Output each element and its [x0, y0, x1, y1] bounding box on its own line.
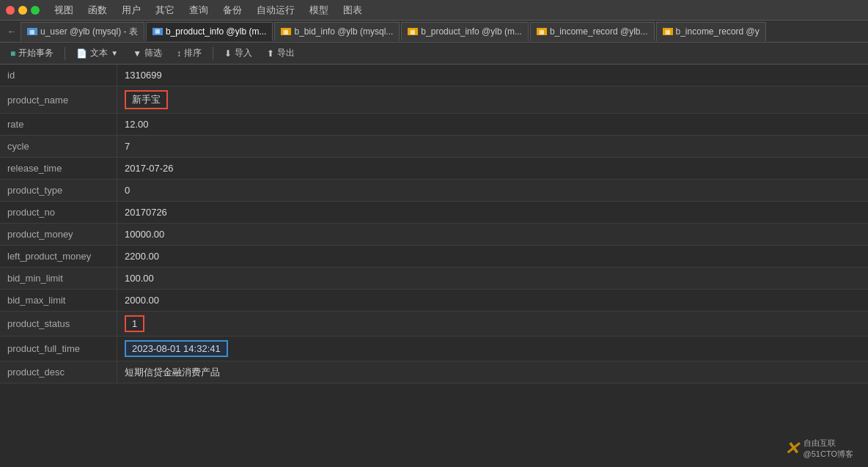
tab-back-button[interactable]: ← — [3, 25, 21, 38]
tab-label-3: b_product_info @ylb (m... — [421, 26, 522, 37]
import-label: 导入 — [235, 47, 252, 59]
menu-users[interactable]: 用户 — [114, 2, 148, 18]
tab-b-bid-info[interactable]: ▦ b_bid_info @ylb (mysql... — [274, 22, 400, 41]
watermark: ✕ 自由互联 @51CTO博客 — [784, 438, 853, 460]
table-icon-1: ▦ — [152, 28, 163, 35]
watermark-symbol: ✕ — [784, 438, 799, 459]
action-bar: ■ 开始事务 📄 文本 ▼ ▼ 筛选 ↕ 排序 ⬇ 导入 ⬆ 导出 — [0, 43, 868, 65]
field-name-id: id — [0, 65, 117, 86]
traffic-lights — [6, 6, 40, 15]
table-row: rate12.00 — [0, 114, 868, 136]
tab-label-0: u_user @ylb (mysql) - 表 — [40, 26, 138, 38]
field-value-left_product_money[interactable]: 2200.00 — [117, 246, 868, 267]
text-icon: 📄 — [76, 48, 87, 59]
field-value-product_status[interactable]: 1 — [117, 312, 868, 336]
field-name-bid_min_limit: bid_min_limit — [0, 268, 117, 289]
table-row: product_type0 — [0, 180, 868, 202]
start-transaction-button[interactable]: ■ 开始事务 — [4, 45, 59, 61]
tab-b-income-record[interactable]: ▦ b_income_record @ylb... — [530, 22, 655, 41]
menu-query[interactable]: 查询 — [182, 2, 216, 18]
close-button[interactable] — [6, 6, 15, 15]
menu-model[interactable]: 模型 — [302, 2, 336, 18]
field-name-product_status: product_status — [0, 312, 117, 336]
watermark-line2: @51CTO博客 — [803, 449, 853, 460]
menu-backup[interactable]: 备份 — [216, 2, 249, 18]
table-row: product_status1 — [0, 312, 868, 337]
import-button[interactable]: ⬇ 导入 — [218, 45, 258, 61]
highlighted-value-product_name: 新手宝 — [125, 90, 168, 109]
table-icon-0: ▦ — [27, 28, 37, 35]
filter-label: 筛选 — [144, 47, 162, 59]
table-row: bid_max_limit2000.00 — [0, 290, 868, 312]
table-icon-4: ▦ — [537, 28, 547, 35]
tab-b-product-info[interactable]: ▦ b_product_info @ylb (m... — [146, 22, 273, 41]
watermark-text: 自由互联 @51CTO博客 — [803, 438, 853, 460]
menu-chart[interactable]: 图表 — [336, 2, 369, 18]
table-row: id1310699 — [0, 65, 868, 87]
table-row: product_name新手宝 — [0, 87, 868, 114]
table-icon-5: ▦ — [663, 28, 673, 35]
field-value-cycle[interactable]: 7 — [117, 136, 868, 157]
field-name-cycle: cycle — [0, 136, 117, 157]
table-row: left_product_money2200.00 — [0, 246, 868, 268]
table-row: product_money10000.00 — [0, 224, 868, 246]
table-icon-3: ▦ — [408, 28, 418, 35]
field-value-product_type[interactable]: 0 — [117, 180, 868, 201]
table-row: cycle7 — [0, 136, 868, 158]
filter-icon: ▼ — [133, 48, 141, 59]
tab-label-5: b_income_record @y — [676, 26, 760, 37]
tab-label-1: b_product_info @ylb (m... — [166, 26, 267, 37]
tab-u-user[interactable]: ▦ u_user @ylb (mysql) - 表 — [21, 22, 144, 41]
transaction-icon: ■ — [10, 48, 15, 59]
field-name-rate: rate — [0, 114, 117, 135]
sort-label: 排序 — [184, 47, 202, 59]
text-label: 文本 — [90, 47, 108, 59]
field-name-product_no: product_no — [0, 202, 117, 223]
export-button[interactable]: ⬆ 导出 — [261, 45, 301, 61]
field-value-product_desc[interactable]: 短期信贷金融消费产品 — [117, 361, 868, 383]
menu-bar: 视图 函数 用户 其它 查询 备份 自动运行 模型 图表 — [0, 0, 868, 21]
export-icon: ⬆ — [267, 48, 274, 59]
field-value-bid_max_limit[interactable]: 2000.00 — [117, 290, 868, 311]
separator-1 — [65, 47, 65, 60]
tab-bar: ← ▦ u_user @ylb (mysql) - 表 ▦ b_product_… — [0, 21, 868, 43]
filter-button[interactable]: ▼ 筛选 — [127, 45, 168, 61]
menu-other[interactable]: 其它 — [148, 2, 182, 18]
field-name-product_money: product_money — [0, 224, 117, 245]
tab-b-income-record-2[interactable]: ▦ b_income_record @y — [656, 22, 766, 41]
table-icon-2: ▦ — [281, 28, 291, 35]
field-name-product_name: product_name — [0, 87, 117, 113]
import-icon: ⬇ — [224, 48, 232, 59]
menu-functions[interactable]: 函数 — [81, 2, 114, 18]
table-row: product_desc短期信贷金融消费产品 — [0, 361, 868, 383]
start-transaction-label: 开始事务 — [18, 47, 54, 59]
field-name-product_full_time: product_full_time — [0, 337, 117, 361]
field-value-bid_min_limit[interactable]: 100.00 — [117, 268, 868, 289]
table-row: release_time2017-07-26 — [0, 158, 868, 180]
field-value-product_full_time[interactable]: 2023-08-01 14:32:41 — [117, 337, 868, 361]
separator-2 — [213, 47, 213, 60]
field-name-product_desc: product_desc — [0, 361, 117, 383]
table-row: bid_min_limit100.00 — [0, 268, 868, 290]
field-value-rate[interactable]: 12.00 — [117, 114, 868, 135]
field-value-product_money[interactable]: 10000.00 — [117, 224, 868, 245]
sort-icon: ↕ — [177, 48, 181, 59]
minimize-button[interactable] — [18, 6, 27, 15]
menu-view[interactable]: 视图 — [47, 2, 81, 18]
sort-button[interactable]: ↕ 排序 — [171, 45, 207, 61]
highlighted-value-product_status: 1 — [125, 315, 144, 332]
menu-autorun[interactable]: 自动运行 — [249, 2, 302, 18]
field-name-release_time: release_time — [0, 158, 117, 179]
table-row: product_no20170726 — [0, 202, 868, 224]
field-value-product_name[interactable]: 新手宝 — [117, 87, 868, 113]
field-value-id[interactable]: 1310699 — [117, 65, 868, 86]
field-value-product_no[interactable]: 20170726 — [117, 202, 868, 223]
field-value-release_time[interactable]: 2017-07-26 — [117, 158, 868, 179]
watermark-line1: 自由互联 — [803, 438, 853, 449]
maximize-button[interactable] — [31, 6, 40, 15]
table-row: product_full_time2023-08-01 14:32:41 — [0, 337, 868, 361]
export-label: 导出 — [277, 47, 295, 59]
tab-b-product-info-2[interactable]: ▦ b_product_info @ylb (m... — [401, 22, 529, 41]
field-name-left_product_money: left_product_money — [0, 246, 117, 267]
text-button[interactable]: 📄 文本 ▼ — [70, 45, 124, 61]
